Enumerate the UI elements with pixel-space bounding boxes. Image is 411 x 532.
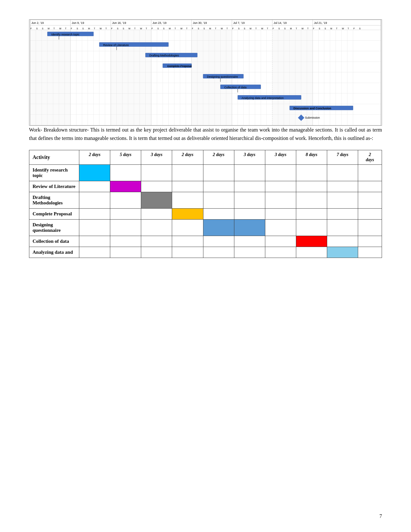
svg-text:Jul 21, '19: Jul 21, '19 <box>314 21 327 25</box>
empty-cell <box>265 165 296 181</box>
svg-text:Jul 7, '19: Jul 7, '19 <box>233 21 245 25</box>
color-cell-cyan <box>79 165 110 181</box>
svg-text:S: S <box>163 27 165 30</box>
header-col-2: 5 days <box>110 150 141 165</box>
activity-designing: Designing questionnaire <box>29 220 79 236</box>
empty-cell <box>358 220 382 236</box>
svg-text:F: F <box>313 27 314 30</box>
svg-text:S: S <box>157 27 159 30</box>
svg-text:Identify research topic: Identify research topic <box>51 33 80 36</box>
svg-text:T: T <box>227 27 228 30</box>
empty-cell <box>296 192 327 209</box>
empty-cell <box>172 192 203 209</box>
empty-cell <box>234 192 265 209</box>
empty-cell <box>358 192 382 209</box>
svg-text:W: W <box>301 27 304 30</box>
color-cell-blue1 <box>203 220 234 236</box>
header-col-3: 3 days <box>141 150 172 165</box>
empty-cell <box>234 181 265 192</box>
empty-cell <box>296 209 327 220</box>
header-activity: Activity <box>29 150 79 165</box>
empty-cell <box>79 209 110 220</box>
svg-text:F: F <box>30 27 32 30</box>
empty-cell <box>234 165 265 181</box>
header-col-6: 3 days <box>234 150 265 165</box>
empty-cell <box>358 181 382 192</box>
header-col-4: 2 days <box>172 150 203 165</box>
empty-cell <box>141 181 172 192</box>
empty-cell <box>234 209 265 220</box>
color-cell-gray <box>141 192 172 209</box>
svg-text:W: W <box>261 27 263 30</box>
empty-cell <box>327 220 358 236</box>
empty-cell <box>265 209 296 220</box>
svg-text:M: M <box>169 27 171 30</box>
header-col-9: 7 days <box>327 150 358 165</box>
svg-text:Discussion and Conclusion: Discussion and Conclusion <box>293 107 331 110</box>
empty-cell <box>79 192 110 209</box>
svg-text:S: S <box>203 27 205 30</box>
svg-text:T: T <box>336 27 338 30</box>
svg-text:W: W <box>221 27 223 30</box>
table-row: Drafting Methodologies <box>29 192 382 209</box>
header-col-8: 8 days <box>296 150 327 165</box>
table-row: Designing questionnaire <box>29 220 382 236</box>
svg-text:M: M <box>330 27 332 30</box>
svg-text:T: T <box>186 27 188 30</box>
table-row: Collection of data <box>29 236 382 247</box>
empty-cell <box>327 181 358 192</box>
svg-text:S: S <box>284 27 286 30</box>
empty-cell <box>358 236 382 247</box>
gantt-chart: Jun 2, '19 Jun 9, '19 Jun 16, '19 Jun 23… <box>29 19 382 126</box>
empty-cell <box>141 209 172 220</box>
empty-cell <box>110 236 141 247</box>
svg-text:T: T <box>175 27 176 30</box>
svg-rect-3 <box>191 20 232 125</box>
empty-cell <box>265 192 296 209</box>
empty-cell <box>234 247 265 258</box>
gantt-chart-container: Jun 2, '19 Jun 9, '19 Jun 16, '19 Jun 23… <box>29 19 382 126</box>
svg-text:W: W <box>59 27 62 30</box>
svg-text:W: W <box>342 27 344 30</box>
svg-text:Jun 30, '19: Jun 30, '19 <box>193 21 207 25</box>
empty-cell <box>358 165 382 181</box>
empty-cell <box>141 220 172 236</box>
svg-text:T: T <box>65 27 67 30</box>
empty-cell <box>327 209 358 220</box>
svg-text:T: T <box>215 27 217 30</box>
svg-text:T: T <box>307 27 309 30</box>
svg-text:M: M <box>48 27 50 30</box>
svg-text:S: S <box>319 27 320 30</box>
empty-cell <box>172 247 203 258</box>
svg-text:T: T <box>267 27 269 30</box>
svg-text:T: T <box>347 27 349 30</box>
svg-text:S: S <box>123 27 124 30</box>
empty-cell <box>296 165 327 181</box>
table-header-row: Activity 2 days 5 days 3 days 2 days 2 d… <box>29 150 382 165</box>
svg-text:T: T <box>146 27 147 30</box>
empty-cell <box>141 236 172 247</box>
table-row: Review of Literature <box>29 181 382 192</box>
header-col-1: 2 days <box>79 150 110 165</box>
activity-drafting: Drafting Methodologies <box>29 192 79 209</box>
svg-text:S: S <box>238 27 240 30</box>
svg-text:Jun 16, '19: Jun 16, '19 <box>112 21 126 25</box>
svg-text:Drafting Methodologies: Drafting Methodologies <box>149 54 179 57</box>
color-cell-red <box>296 236 327 247</box>
page-number: 7 <box>379 513 382 519</box>
empty-cell <box>265 220 296 236</box>
svg-text:S: S <box>325 27 326 30</box>
svg-text:Jun 2, '19: Jun 2, '19 <box>31 21 44 25</box>
svg-text:T: T <box>54 27 55 30</box>
svg-text:M: M <box>290 27 292 30</box>
svg-text:T: T <box>105 27 107 30</box>
header-col-5: 2 days <box>203 150 234 165</box>
empty-cell <box>265 236 296 247</box>
empty-cell <box>358 209 382 220</box>
empty-cell <box>172 220 203 236</box>
empty-cell <box>296 220 327 236</box>
svg-text:M: M <box>88 27 90 30</box>
svg-text:Collection of data: Collection of data <box>224 86 247 89</box>
svg-text:S: S <box>36 27 38 30</box>
empty-cell <box>79 247 110 258</box>
